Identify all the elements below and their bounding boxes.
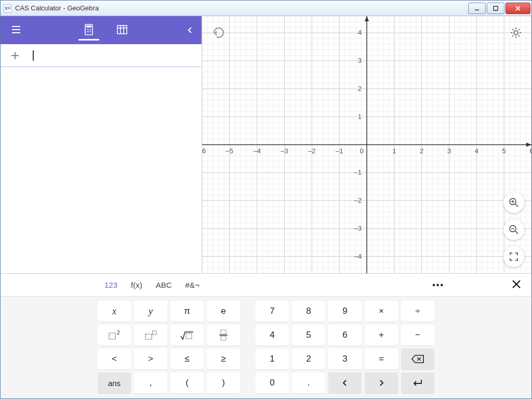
svg-text:2: 2	[420, 147, 423, 155]
svg-point-9	[86, 29, 87, 30]
key-ans[interactable]: ans	[98, 373, 131, 393]
text-cursor	[33, 50, 34, 61]
key-pi[interactable]: π	[170, 301, 204, 322]
key-4[interactable]: 4	[256, 325, 289, 345]
zoom-in-button[interactable]	[503, 192, 524, 213]
keyboard-tab-fx[interactable]: f(x)	[131, 281, 142, 289]
keyboard-close-button[interactable]	[512, 280, 521, 291]
keyboard-tab-123[interactable]: 123	[104, 281, 117, 289]
add-row-button[interactable]	[1, 51, 30, 60]
cas-header	[1, 16, 202, 44]
key-5[interactable]: 5	[292, 325, 325, 345]
key-e[interactable]: e	[207, 301, 240, 322]
key-left[interactable]	[328, 373, 362, 393]
key-lparen[interactable]: (	[170, 373, 204, 393]
key-gt[interactable]: >	[134, 349, 167, 369]
key-rparen[interactable]: )	[207, 373, 240, 393]
svg-rect-197	[153, 331, 156, 335]
svg-text:1: 1	[392, 147, 396, 155]
table-tab[interactable]	[112, 20, 132, 41]
fullscreen-icon	[509, 252, 518, 261]
key-3[interactable]: 3	[328, 349, 362, 369]
svg-rect-194	[109, 333, 115, 339]
key-sqrt[interactable]	[170, 325, 204, 345]
key-plus[interactable]: +	[365, 325, 398, 345]
grid-canvas[interactable]: –6–5–4–3–2–10123456–4–3–2–11234	[202, 16, 531, 273]
minimize-button[interactable]	[468, 3, 486, 14]
key-9[interactable]: 9	[328, 301, 362, 322]
gear-icon	[510, 26, 522, 39]
key-lt[interactable]: <	[98, 349, 131, 369]
svg-text:1: 1	[358, 113, 362, 121]
close-icon	[512, 280, 521, 289]
chevron-left-icon	[187, 26, 194, 34]
keyboard-more-button[interactable]: •••	[432, 281, 444, 290]
undo-icon	[211, 27, 224, 38]
key-ge[interactable]: ≥	[207, 349, 240, 369]
keyboard-tab-sym[interactable]: #&¬	[185, 281, 200, 289]
svg-rect-198	[186, 334, 192, 339]
backspace-icon	[411, 354, 424, 364]
key-div[interactable]: ÷	[401, 301, 434, 322]
key-le[interactable]: ≤	[170, 349, 204, 369]
svg-text:6: 6	[529, 147, 531, 155]
key-eq[interactable]: =	[365, 349, 398, 369]
key-fraction[interactable]	[207, 325, 240, 345]
svg-rect-201	[221, 336, 226, 340]
key-2[interactable]: 2	[292, 349, 325, 369]
key-minus[interactable]: −	[401, 325, 434, 345]
svg-text:–2: –2	[308, 147, 315, 155]
titlebar-left: x= CAS Calculator - GeoGebra	[1, 4, 99, 12]
virtual-keyboard: 123 f(x) ABC #&¬ ••• x y π e	[1, 273, 531, 398]
svg-point-176	[514, 31, 518, 35]
key-comma[interactable]: ,	[134, 373, 167, 393]
app-body: –6–5–4–3–2–10123456–4–3–2–11234	[1, 16, 531, 398]
titlebar[interactable]: x= CAS Calculator - GeoGebra	[1, 1, 531, 16]
cas-input-row[interactable]	[1, 44, 202, 67]
svg-text:–2: –2	[354, 196, 362, 204]
key-8[interactable]: 8	[292, 301, 325, 322]
key-right[interactable]	[365, 373, 398, 393]
key-mul[interactable]: ×	[365, 301, 398, 322]
key-6[interactable]: 6	[328, 325, 362, 345]
zoom-out-icon	[509, 224, 519, 235]
menu-button[interactable]	[6, 20, 26, 41]
key-7[interactable]: 7	[256, 301, 289, 322]
svg-text:–6: –6	[202, 147, 206, 155]
keyboard-left-block: x y π e 2 <	[98, 301, 240, 393]
graphics-view[interactable]: –6–5–4–3–2–10123456–4–3–2–11234	[202, 16, 531, 273]
settings-button[interactable]	[508, 24, 524, 41]
svg-line-183	[518, 29, 520, 30]
chevron-right-icon	[378, 379, 385, 387]
svg-text:–3: –3	[281, 147, 288, 155]
fullscreen-button[interactable]	[503, 246, 524, 267]
keyboard-tabs: 123 f(x) ABC #&¬ •••	[1, 274, 531, 297]
key-x[interactable]: x	[98, 301, 131, 322]
svg-marker-152	[526, 143, 531, 147]
key-y[interactable]: y	[134, 301, 167, 322]
maximize-button[interactable]	[487, 3, 504, 14]
key-power[interactable]	[134, 325, 167, 345]
keyboard-tab-abc[interactable]: ABC	[156, 281, 172, 289]
svg-text:–1: –1	[354, 168, 362, 176]
key-enter[interactable]	[401, 373, 434, 393]
key-0[interactable]: 0	[256, 373, 289, 393]
key-backspace[interactable]	[401, 349, 434, 369]
zoom-out-button[interactable]	[503, 219, 524, 240]
fraction-icon	[218, 329, 229, 341]
key-square[interactable]: 2	[98, 325, 131, 345]
zoom-in-icon	[509, 197, 519, 208]
svg-text:–4: –4	[253, 147, 260, 155]
close-button[interactable]	[506, 3, 530, 14]
key-1[interactable]: 1	[256, 349, 289, 369]
table-icon	[116, 24, 128, 35]
svg-text:3: 3	[358, 57, 362, 64]
collapse-panel-button[interactable]	[184, 24, 196, 36]
cas-tab[interactable]	[78, 20, 99, 41]
zoom-controls	[503, 192, 524, 267]
undo-button[interactable]	[209, 24, 226, 41]
key-dot[interactable]: .	[292, 373, 325, 393]
svg-point-14	[89, 31, 90, 32]
window-controls	[467, 3, 530, 14]
cas-blank-area[interactable]	[1, 67, 202, 273]
